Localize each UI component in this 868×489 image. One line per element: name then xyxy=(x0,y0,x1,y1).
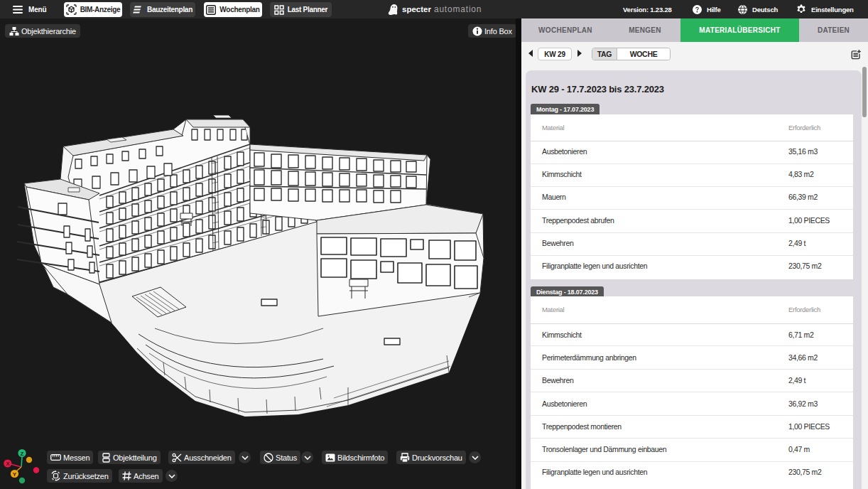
svg-text:Z: Z xyxy=(21,451,24,457)
svg-text:X: X xyxy=(6,461,10,467)
svg-text:Y: Y xyxy=(13,471,17,478)
